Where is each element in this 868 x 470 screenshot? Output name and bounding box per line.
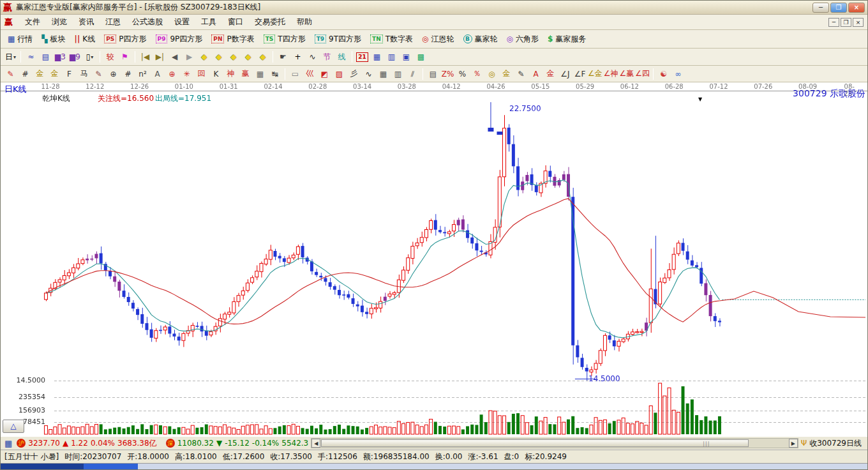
sectors-button[interactable]: ▚板块 (37, 33, 70, 46)
bars-doc-icon[interactable]: ▤ (426, 67, 440, 80)
taskbar-app-fragment[interactable] (84, 464, 138, 469)
menu-item-0[interactable]: 文件 (19, 15, 46, 29)
doc-minimize-button[interactable]: ─ (828, 18, 839, 27)
calendar-21-icon[interactable]: 21 (355, 50, 370, 64)
p-square-button[interactable]: PSP四方形 (100, 33, 151, 46)
candle-type-dropdown-arrow[interactable]: ▾ (91, 54, 93, 60)
f-fence-icon[interactable]: F (62, 67, 77, 80)
scrollbar-grip[interactable]: ||| (703, 441, 710, 447)
candlestick-chart[interactable] (1, 82, 868, 436)
pct-icon[interactable]: % (455, 67, 470, 80)
zigzag-icon[interactable]: ∿ (361, 67, 376, 80)
minimize-button[interactable]: ─ (812, 3, 829, 13)
gann-wheel-button[interactable]: ◎江恩轮 (417, 33, 458, 46)
gold-bars-icon[interactable]: 金 (499, 67, 514, 80)
save-icon[interactable]: ▣ (399, 50, 414, 64)
grid-icon[interactable]: ▦ (4, 439, 12, 448)
shenzhen-market-icon[interactable]: 深 (166, 439, 175, 448)
calculator-icon[interactable]: ▦ (370, 50, 384, 64)
star-red-icon[interactable]: ✳ (179, 67, 194, 80)
target-red-icon[interactable]: ⊕ (165, 67, 179, 80)
table-view-icon[interactable]: ▩ (414, 50, 428, 64)
p-table-button[interactable]: PNP数字表 (207, 33, 258, 46)
lines-icon[interactable]: 彡 (347, 67, 361, 80)
first-bar-icon[interactable]: |◀ (138, 50, 153, 64)
ying-icon[interactable]: 赢 (238, 67, 253, 80)
gold-fence-icon[interactable]: 金 (33, 67, 47, 80)
angle-shen-icon[interactable]: ∠神 (603, 67, 619, 80)
fence-icon[interactable]: # (18, 67, 33, 80)
diamond-compress-icon[interactable]: ◆ (226, 50, 241, 64)
winner-wheel-button[interactable]: B赢家轮 (459, 33, 502, 46)
ma-fence-icon[interactable]: 马 (77, 67, 91, 80)
menu-item-1[interactable]: 浏览 (46, 15, 73, 29)
angle-ying-icon[interactable]: ∠赢 (619, 67, 635, 80)
pencil2-icon[interactable]: ✎ (91, 67, 106, 80)
chart-area[interactable]: 11-2812-1212-2601-1001-3102-1402-2803-14… (1, 82, 868, 436)
square-red-icon[interactable]: 回 (194, 67, 209, 80)
event-pencil-icon[interactable]: ✎ (514, 67, 528, 80)
last-bar-icon[interactable]: ▶| (153, 50, 167, 64)
gold-fence2-icon[interactable]: 金 (47, 67, 62, 80)
grid-b-icon[interactable]: ▥ (391, 67, 405, 80)
chart-scrollbar[interactable]: ◀ ||| ▶ (311, 438, 798, 448)
angle-si-icon[interactable]: ∠四 (634, 67, 650, 80)
doc-restore-button[interactable]: ❐ (841, 18, 851, 27)
yinyang-icon[interactable]: ☯ (656, 67, 671, 80)
span-icon[interactable]: ↹ (267, 67, 282, 80)
period-day-dropdown[interactable]: 日▾ (3, 50, 18, 64)
rays-icon[interactable]: 巛 (303, 67, 317, 80)
note-doc-icon[interactable]: ▤ (38, 50, 53, 64)
kbar-icon[interactable]: K (209, 67, 223, 80)
menu-item-7[interactable]: 窗口 (222, 15, 249, 29)
close-button[interactable]: × (848, 3, 865, 13)
gold-circle-icon[interactable]: ◎ (484, 67, 499, 80)
fence2-icon[interactable]: # (121, 67, 135, 80)
menu-item-2[interactable]: 资讯 (73, 15, 100, 29)
diamond-star-icon[interactable]: ◆ (241, 50, 255, 64)
notes-icon[interactable]: ▥ (384, 50, 399, 64)
quotes-button[interactable]: ▦行情 (3, 33, 37, 46)
hatch-rays-icon[interactable]: ▨ (332, 67, 347, 80)
menu-item-9[interactable]: 帮助 (291, 15, 318, 29)
doc-close-button[interactable]: × (853, 18, 864, 27)
restore-button[interactable]: ❐ (830, 3, 847, 13)
angle-j-icon[interactable]: ∠J (558, 67, 572, 80)
candle-type-dropdown[interactable]: ▯▾ (82, 50, 97, 64)
t-table-button[interactable]: TNT数字表 (366, 33, 417, 46)
grid-a-icon[interactable]: ▦ (376, 67, 391, 80)
angle-gold-icon[interactable]: ∠金 (587, 67, 603, 80)
box-tool-icon[interactable]: ▭ (288, 67, 303, 80)
9p-square-button[interactable]: P99P四方形 (151, 33, 207, 46)
menu-item-3[interactable]: 江恩 (100, 15, 126, 29)
zone-rays-icon[interactable]: ◩ (317, 67, 332, 80)
scrollbar-thumb[interactable]: ||| (321, 439, 749, 447)
menu-item-4[interactable]: 公式选股 (126, 15, 168, 29)
flag-icon[interactable]: ⚑ (117, 50, 132, 64)
period-day-dropdown-arrow[interactable]: ▾ (13, 54, 16, 60)
angle-a-icon[interactable]: A (150, 67, 165, 80)
pct-line-icon[interactable]: ％ (470, 67, 484, 80)
hand-icon[interactable]: ☛ (276, 50, 290, 64)
a-red-icon[interactable]: A (528, 67, 543, 80)
parallel-icon[interactable]: ⫽ (405, 67, 420, 80)
t-square-button[interactable]: TST四方形 (259, 33, 310, 46)
pct-z-icon[interactable]: Z% (440, 67, 455, 80)
scroll-right-button[interactable]: ▶ (789, 439, 798, 448)
diamond-right-icon[interactable]: ◆ (197, 50, 211, 64)
grid-ticket-icon[interactable]: ▦ (253, 67, 267, 80)
winner-service-button[interactable]: $赢家服务 (543, 33, 590, 46)
bars-3-icon[interactable]: ▆3 (53, 50, 68, 64)
diamond-move-icon[interactable]: ◆ (255, 50, 270, 64)
n2-fence-icon[interactable]: n² (135, 67, 150, 80)
diamond-expand-icon[interactable]: ◆ (211, 50, 226, 64)
menu-item-5[interactable]: 设置 (168, 15, 195, 29)
erase-line-icon[interactable]: ∿ (305, 50, 320, 64)
triangle-tool-button[interactable]: △ (3, 420, 24, 433)
pencil-icon[interactable]: ✎ (3, 67, 18, 80)
next-bar-icon[interactable]: ▶ (182, 50, 197, 64)
bars-9-icon[interactable]: ▆9 (68, 50, 82, 64)
clock-circle-icon[interactable]: ⊕ (106, 67, 121, 80)
pattern-icon[interactable]: 较 (103, 50, 117, 64)
shanghai-market-icon[interactable]: 沪 (17, 439, 26, 448)
